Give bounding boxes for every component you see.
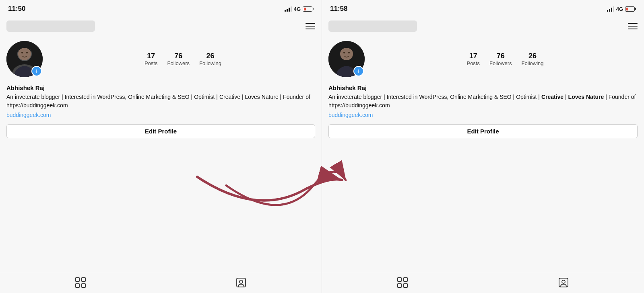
bio-text-1: An inveterate blogger | Interested in Wo… (6, 93, 315, 110)
battery-icon-1 (303, 6, 314, 12)
network-label-2: 4G (616, 6, 623, 12)
svg-point-4 (21, 52, 23, 53)
app-header-2 (322, 16, 644, 36)
bio-bold-creative: Creative (541, 94, 564, 100)
battery-icon-2 (625, 6, 636, 12)
svg-rect-17 (404, 278, 407, 281)
followers-count-1: 76 (174, 52, 182, 60)
tagged-tab-1[interactable] (235, 277, 247, 288)
add-story-button-2[interactable]: + (353, 66, 364, 76)
phone-screen-2: 11:58 4G (322, 0, 644, 293)
status-icons-1: 4G (285, 6, 314, 12)
avatar-container-1: + (6, 41, 43, 77)
status-time-2: 11:58 (330, 5, 347, 13)
profile-name-2: Abhishek Raj (328, 84, 638, 91)
following-count-2: 26 (528, 52, 537, 60)
edit-profile-button-2[interactable]: Edit Profile (328, 124, 638, 138)
svg-point-14 (343, 52, 345, 53)
followers-label-1: Followers (167, 60, 190, 66)
bio-link-1[interactable]: buddinggeek.com (6, 112, 51, 118)
svg-rect-10 (237, 278, 246, 287)
signal-icon-1 (285, 6, 292, 12)
phone-screen-1: 11:50 4G (0, 0, 322, 293)
bio-section-1: Abhishek Raj An inveterate blogger | Int… (0, 80, 322, 120)
stats-row-2: 17 Posts 76 Followers 26 Following (373, 52, 638, 66)
following-label-1: Following (199, 60, 221, 66)
bio-link-2[interactable]: buddinggeek.com (328, 112, 373, 118)
username-placeholder-1 (6, 20, 95, 32)
svg-rect-18 (398, 284, 401, 287)
stats-row-1: 17 Posts 76 Followers 26 Following (51, 52, 315, 66)
hamburger-menu-1[interactable] (305, 23, 315, 29)
posts-stat-2[interactable]: 17 Posts (466, 52, 480, 66)
svg-rect-16 (398, 278, 401, 281)
followers-stat-2[interactable]: 76 Followers (489, 52, 512, 66)
add-icon-1: + (35, 68, 38, 74)
grid-tab-2[interactable] (397, 277, 408, 288)
app-header-1 (0, 16, 322, 36)
username-placeholder-2 (328, 20, 417, 32)
posts-count-1: 17 (147, 52, 155, 60)
svg-rect-9 (82, 284, 85, 287)
tagged-tab-2[interactable] (558, 277, 569, 288)
following-stat-1[interactable]: 26 Following (199, 52, 221, 66)
following-stat-2[interactable]: 26 Following (522, 52, 544, 66)
following-count-1: 26 (206, 52, 215, 60)
profile-section-1: + 17 Posts 76 Followers 26 Following (0, 36, 322, 80)
hamburger-menu-2[interactable] (628, 23, 638, 29)
status-bar-1: 11:50 4G (0, 0, 322, 16)
status-icons-2: 4G (607, 6, 636, 12)
profile-name-1: Abhishek Raj (6, 84, 315, 91)
posts-count-2: 17 (469, 52, 477, 60)
svg-rect-6 (76, 278, 79, 281)
edit-profile-button-1[interactable]: Edit Profile (6, 124, 315, 138)
followers-label-2: Followers (489, 60, 512, 66)
svg-point-3 (18, 47, 31, 60)
svg-rect-8 (76, 284, 79, 287)
svg-rect-20 (559, 278, 568, 287)
followers-count-2: 76 (497, 52, 505, 60)
svg-rect-7 (82, 278, 85, 281)
svg-point-15 (348, 52, 350, 53)
bio-section-2: Abhishek Raj An inveterate blogger | Int… (322, 80, 644, 120)
status-time-1: 11:50 (8, 5, 25, 13)
bio-bold-loves-nature: Loves Nature (568, 94, 604, 100)
bottom-tabs-2 (322, 272, 644, 293)
svg-point-11 (239, 280, 243, 283)
bio-text-2: An inveterate blogger | Interested in Wo… (328, 93, 638, 110)
status-bar-2: 11:58 4G (322, 0, 644, 16)
svg-point-13 (340, 47, 353, 60)
posts-stat-1[interactable]: 17 Posts (144, 52, 158, 66)
grid-tab-1[interactable] (75, 277, 86, 288)
add-icon-2: + (357, 68, 360, 74)
svg-point-21 (562, 280, 565, 283)
bottom-tabs-1 (0, 272, 322, 293)
followers-stat-1[interactable]: 76 Followers (167, 52, 190, 66)
signal-icon-2 (607, 6, 614, 12)
posts-label-2: Posts (466, 60, 480, 66)
avatar-container-2: + (328, 41, 365, 77)
profile-section-2: + 17 Posts 76 Followers 26 Following (322, 36, 644, 80)
network-label-1: 4G (294, 6, 301, 12)
svg-point-5 (26, 52, 28, 53)
following-label-2: Following (522, 60, 544, 66)
add-story-button-1[interactable]: + (31, 66, 42, 76)
posts-label-1: Posts (144, 60, 158, 66)
svg-rect-19 (404, 284, 407, 287)
